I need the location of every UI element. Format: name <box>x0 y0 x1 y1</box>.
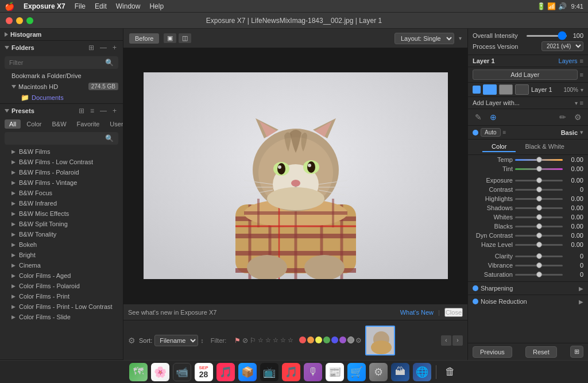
histogram-header[interactable]: Histogram <box>0 29 123 40</box>
filmstrip-thumbnail[interactable] <box>365 326 395 355</box>
dock-finder-icon[interactable]: 📦 <box>238 363 257 381</box>
add-layer-with-button[interactable]: Add Layer with... <box>473 99 572 106</box>
preset-item-bwfilms-vintage[interactable]: ▶ B&W Films - Vintage <box>0 177 123 188</box>
color-filter-red[interactable] <box>299 336 306 343</box>
documents-folder-item[interactable]: 📁 Documents <box>0 92 123 103</box>
presets-collapse-icon[interactable]: — <box>98 106 109 115</box>
filter-star-2[interactable]: ☆ <box>265 336 271 344</box>
preset-search-input[interactable] <box>9 135 105 142</box>
color-filter-purple[interactable] <box>339 336 346 343</box>
tab-bw[interactable]: Black & White <box>516 142 573 152</box>
folder-add-icon[interactable]: + <box>111 43 118 52</box>
sharpening-section[interactable]: Sharpening ▶ <box>468 281 588 295</box>
shadows-slider-track[interactable] <box>515 207 563 209</box>
preset-item-bwtonality[interactable]: ▶ B&W Tonality <box>0 229 123 239</box>
sort-direction-icon[interactable]: ↕ <box>200 337 204 344</box>
filter-reject-icon[interactable]: ⊘ <box>242 336 248 345</box>
contrast-slider-track[interactable] <box>515 189 563 191</box>
folders-header[interactable]: Folders ⊞ — + <box>0 41 123 55</box>
preset-item-colorfilms-polaroid[interactable]: ▶ Color Films - Polaroid <box>0 281 123 291</box>
apple-menu[interactable]: 🍎 <box>5 2 14 11</box>
temp-slider-track[interactable] <box>515 159 563 161</box>
filmstrip-next-arrow[interactable]: › <box>452 335 463 346</box>
reset-button[interactable]: Reset <box>525 346 557 358</box>
preset-item-bwfilms[interactable]: ▶ B&W Films <box>0 146 123 157</box>
split-view-button[interactable]: ◫ <box>179 33 191 43</box>
minimize-button[interactable] <box>16 17 23 24</box>
preset-item-bwfocus[interactable]: ▶ B&W Focus <box>0 188 123 198</box>
dock-podcasts-icon[interactable]: 🎙 <box>304 363 322 381</box>
maximize-button[interactable] <box>26 17 33 24</box>
auto-menu-icon[interactable]: ≡ <box>503 129 506 136</box>
folder-filter-input[interactable] <box>9 59 105 66</box>
folder-add-bookmark-icon[interactable]: ⊞ <box>87 43 96 52</box>
more-options-button[interactable]: ⊞ <box>570 346 583 358</box>
bookmark-folder-item[interactable]: Bookmark a Folder/Drive <box>0 71 123 81</box>
presets-grid-icon[interactable]: ⊞ <box>77 106 86 115</box>
dock-appletv-icon[interactable]: 📺 <box>260 363 278 381</box>
overall-intensity-slider[interactable] <box>527 35 567 37</box>
strip-close-button[interactable]: Close <box>444 308 463 317</box>
preset-item-bwsplit[interactable]: ▶ B&W Split Toning <box>0 219 123 229</box>
dock-appstore-icon[interactable]: 🛒 <box>347 363 366 381</box>
presets-list-icon[interactable]: ≡ <box>88 106 96 115</box>
color-filter-orange[interactable] <box>307 336 314 343</box>
color-filter-yellow[interactable] <box>315 336 322 343</box>
auto-button[interactable]: Auto <box>481 128 501 137</box>
tint-slider-track[interactable] <box>515 168 563 170</box>
preset-item-colorfilms-print[interactable]: ▶ Color Films - Print <box>0 291 123 301</box>
filter-unflagged-icon[interactable]: ⚐ <box>250 336 256 345</box>
preset-tab-all[interactable]: All <box>5 119 21 129</box>
color-filter-blue[interactable] <box>331 336 338 343</box>
preset-tab-favorite[interactable]: Favorite <box>72 119 105 129</box>
vibrance-slider-track[interactable] <box>515 265 563 266</box>
tool-brush-icon[interactable]: ⊕ <box>488 111 499 123</box>
add-layer-button[interactable]: Add Layer <box>473 69 578 80</box>
drive-item[interactable]: Macintosh HD 274.5 GB <box>0 81 123 92</box>
add-layer-with-chevron-icon[interactable]: ▾ <box>575 100 578 106</box>
dock-facetime-icon[interactable]: 📹 <box>173 363 191 381</box>
preset-item-bwfilms-polaroid[interactable]: ▶ B&W Films - Polaroid <box>0 167 123 177</box>
color-filter-green[interactable] <box>323 336 330 343</box>
dock-calendar-icon[interactable]: SEP28 <box>195 363 213 381</box>
layer-opacity-down-icon[interactable]: ▾ <box>581 87 583 93</box>
single-view-button[interactable]: ▣ <box>164 33 176 43</box>
process-version-select[interactable]: 2021 (v4) <box>541 41 583 51</box>
dock-trash-icon[interactable]: 🗑 <box>441 363 459 381</box>
preset-tab-bw[interactable]: B&W <box>48 119 71 129</box>
preset-item-bright[interactable]: ▶ Bright <box>0 250 123 260</box>
dock-screensaver-icon[interactable]: 🏔 <box>391 363 409 381</box>
highlights-slider-track[interactable] <box>515 198 563 200</box>
preset-item-bwmisc[interactable]: ▶ B&W Misc Effects <box>0 208 123 219</box>
preset-item-bwfilms-lowcontrast[interactable]: ▶ B&W Films - Low Contrast <box>0 157 123 167</box>
preset-item-colorfilms-print-lowcontrast[interactable]: ▶ Color Films - Print - Low Contrast <box>0 301 123 312</box>
whites-slider-track[interactable] <box>515 216 563 218</box>
dock-photos-icon[interactable]: 🌸 <box>151 363 169 381</box>
sort-select[interactable]: Filename <box>154 335 198 346</box>
tool-paint-icon[interactable]: ✎ <box>473 111 484 123</box>
filmstrip-prev-arrow[interactable]: ‹ <box>441 335 451 346</box>
close-button[interactable] <box>6 17 13 24</box>
dock-maps-icon[interactable]: 🗺 <box>129 363 148 381</box>
presets-add-icon[interactable]: + <box>111 106 118 115</box>
whats-new-button[interactable]: What's New <box>400 309 434 316</box>
preset-tab-color[interactable]: Color <box>22 119 46 129</box>
add-layer-with-more-icon[interactable]: ≡ <box>580 99 583 106</box>
filter-star-4[interactable]: ☆ <box>280 336 286 344</box>
dock-itunes-icon[interactable]: 🎵 <box>282 363 300 381</box>
add-layer-menu-icon[interactable]: ≡ <box>580 71 583 78</box>
noise-reduction-section[interactable]: Noise Reduction ▶ <box>468 295 588 308</box>
filter-star-3[interactable]: ☆ <box>273 336 278 344</box>
filter-star-1[interactable]: ☆ <box>258 336 264 344</box>
tool-settings-icon[interactable]: ⚙ <box>572 111 583 123</box>
layout-select[interactable]: Layout: Single <box>394 33 454 44</box>
filmstrip-gear-icon[interactable]: ⚙ <box>128 336 136 345</box>
preset-item-bokeh[interactable]: ▶ Bokeh <box>0 239 123 250</box>
haze-level-slider-track[interactable] <box>515 244 563 246</box>
filter-star-5[interactable]: ☆ <box>288 336 293 344</box>
layer-visibility-toggle[interactable] <box>473 86 481 94</box>
dock-systemprefs-icon[interactable]: ⚙ <box>369 363 388 381</box>
menu-file[interactable]: File <box>75 2 86 10</box>
preset-item-bwinfrared[interactable]: ▶ B&W Infrared <box>0 198 123 208</box>
filmstrip-more-filters-icon[interactable]: ⚙ <box>355 336 362 345</box>
